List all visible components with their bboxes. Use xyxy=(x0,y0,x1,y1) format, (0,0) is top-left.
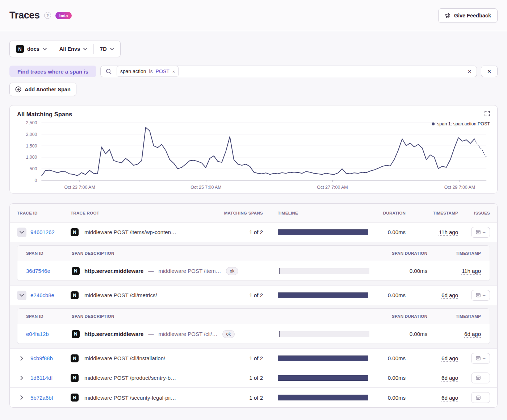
span-row: 36d7546e N http.server.middleware — midd… xyxy=(17,261,490,280)
span-timeline-bar[interactable] xyxy=(279,268,369,274)
timestamp-value[interactable]: 6d ago xyxy=(441,292,458,298)
issues-button[interactable]: – xyxy=(471,392,490,403)
span-expansion: SPAN ID SPAN DESCRIPTION SPAN DURATION T… xyxy=(10,305,497,349)
issues-icon xyxy=(476,395,481,400)
matching-spans-count: 1 of 2 xyxy=(249,229,263,235)
table-row: 1d6114df N middleware POST /product/sent… xyxy=(10,368,497,388)
filter-token[interactable]: span.action is POST × xyxy=(117,66,179,77)
duration-value: 0.00ms xyxy=(388,355,406,361)
help-icon[interactable]: ? xyxy=(44,12,51,19)
trace-id-link[interactable]: 9cb9f88b xyxy=(30,355,53,361)
find-traces-label: Find traces where a span is xyxy=(9,66,96,77)
trace-id-link[interactable]: 5b72a6bf xyxy=(30,395,53,401)
trace-root-text: middleware POST /items/wp-conten… xyxy=(84,229,176,235)
span-status-badge: ok xyxy=(222,330,235,338)
token-key: span.action xyxy=(120,68,146,74)
col-issues: ISSUES xyxy=(474,211,490,215)
timestamp-value[interactable]: 6d ago xyxy=(441,375,458,381)
collapse-row-button[interactable] xyxy=(17,228,26,237)
trace-root-text: middleware POST /security-legal-pii… xyxy=(84,395,176,401)
span-search-input[interactable]: span.action is POST × × xyxy=(100,66,477,77)
timeline-bar[interactable] xyxy=(278,229,368,235)
nextjs-icon: N xyxy=(72,267,80,275)
fullscreen-icon[interactable] xyxy=(485,111,490,116)
timeline-bar[interactable] xyxy=(278,375,368,381)
issues-icon xyxy=(476,375,481,380)
span-op: http.server.middleware xyxy=(84,268,143,274)
trace-id-link[interactable]: 94601262 xyxy=(30,229,55,235)
search-clear-icon[interactable]: × xyxy=(468,67,472,75)
span-description: middleware POST /item… xyxy=(158,268,221,274)
spans-line-chart[interactable]: 05001,0001,5002,0002,500Oct 23 7:00 AMOc… xyxy=(17,120,491,192)
token-remove-icon[interactable]: × xyxy=(172,69,175,74)
page-header: Traces ? beta Give Feedback xyxy=(0,0,507,31)
timestamp-value[interactable]: 11h ago xyxy=(439,229,458,235)
expand-row-button[interactable] xyxy=(17,354,26,363)
give-feedback-label: Give Feedback xyxy=(454,13,491,18)
page-title: Traces xyxy=(9,10,40,21)
nextjs-icon: N xyxy=(71,374,79,382)
add-another-span-button[interactable]: Add Another Span xyxy=(9,83,76,96)
timestamp-value[interactable]: 6d ago xyxy=(441,355,458,361)
expand-row-button[interactable] xyxy=(17,393,26,402)
issues-button[interactable]: – xyxy=(471,353,490,364)
issues-empty-dash: – xyxy=(483,229,485,235)
megaphone-icon xyxy=(445,12,451,18)
project-selector[interactable]: N docs xyxy=(10,41,53,57)
timeline-bar[interactable] xyxy=(278,292,368,298)
col-timeline: TIMELINE xyxy=(263,211,369,215)
col-duration: DURATION xyxy=(383,211,406,215)
span-duration-value: 0.00ms xyxy=(410,268,427,274)
project-selector-value: docs xyxy=(27,46,39,52)
svg-text:Oct 27 7:00 AM: Oct 27 7:00 AM xyxy=(317,185,348,190)
span-timestamp-value[interactable]: 11h ago xyxy=(462,268,481,274)
trace-id-link[interactable]: 1d6114df xyxy=(30,375,53,381)
span-timeline-bar[interactable] xyxy=(279,331,369,337)
trace-id-link[interactable]: e246cb8e xyxy=(30,292,54,298)
issues-button[interactable]: – xyxy=(471,373,490,383)
svg-text:2,500: 2,500 xyxy=(26,120,37,125)
col-span-timestamp: TIMESTAMP xyxy=(456,251,481,255)
span-table-header: SPAN ID SPAN DESCRIPTION SPAN DURATION T… xyxy=(17,246,490,261)
duration-value: 0.00ms xyxy=(388,395,406,401)
token-value: POST xyxy=(156,68,169,74)
give-feedback-button[interactable]: Give Feedback xyxy=(438,8,498,23)
table-row: 9cb9f88b N middleware POST /cli/installa… xyxy=(10,349,497,368)
collapse-row-button[interactable] xyxy=(17,291,26,300)
issues-button[interactable]: – xyxy=(471,290,490,301)
timeline-bar[interactable] xyxy=(278,355,368,361)
svg-text:Oct 25 7:00 AM: Oct 25 7:00 AM xyxy=(190,185,221,190)
environment-selector-value: All Envs xyxy=(59,46,80,52)
col-timestamp: TIMESTAMP xyxy=(433,211,458,215)
span-expansion: SPAN ID SPAN DESCRIPTION SPAN DURATION T… xyxy=(10,242,497,286)
nextjs-icon: N xyxy=(71,354,79,362)
span-op: http.server.middleware xyxy=(84,331,143,337)
span-id-link[interactable]: e04fa12b xyxy=(26,331,72,337)
issues-button[interactable]: – xyxy=(471,227,490,238)
traces-table-header: TRACE ID TRACE ROOT MATCHING SPANS TIMEL… xyxy=(10,204,497,223)
span-id-link[interactable]: 36d7546e xyxy=(26,268,72,274)
page-filter-bar: N docs All Envs 7D xyxy=(9,41,121,57)
span-timestamp-value[interactable]: 6d ago xyxy=(464,331,481,337)
trace-root-text: middleware POST /cli/metrics/ xyxy=(84,292,157,298)
duration-value: 0.00ms xyxy=(388,292,406,298)
chevron-down-icon xyxy=(83,48,87,50)
expand-row-button[interactable] xyxy=(17,373,26,383)
environment-selector[interactable]: All Envs xyxy=(53,41,93,57)
col-span-id: SPAN ID xyxy=(26,251,72,255)
trace-root-text: middleware POST /product/sentry-b… xyxy=(84,375,176,381)
chart-legend[interactable]: span 1: span.action:POST xyxy=(432,121,490,126)
timestamp-value[interactable]: 6d ago xyxy=(441,395,458,401)
date-range-selector[interactable]: 7D xyxy=(94,41,120,57)
timeline-bar[interactable] xyxy=(278,395,368,400)
search-icon xyxy=(106,68,112,75)
table-row: 94601262 N middleware POST /items/wp-con… xyxy=(10,223,497,242)
span-query-row: Find traces where a span is span.action … xyxy=(9,66,498,77)
col-span-description: SPAN DESCRIPTION xyxy=(72,314,279,319)
date-range-selector-value: 7D xyxy=(100,46,107,52)
remove-query-button[interactable]: × xyxy=(481,66,498,77)
table-row: e246cb8e N middleware POST /cli/metrics/… xyxy=(10,286,497,305)
chevron-down-icon xyxy=(110,48,114,50)
span-table-header: SPAN ID SPAN DESCRIPTION SPAN DURATION T… xyxy=(17,309,490,324)
matching-spans-count: 1 of 2 xyxy=(249,375,263,381)
